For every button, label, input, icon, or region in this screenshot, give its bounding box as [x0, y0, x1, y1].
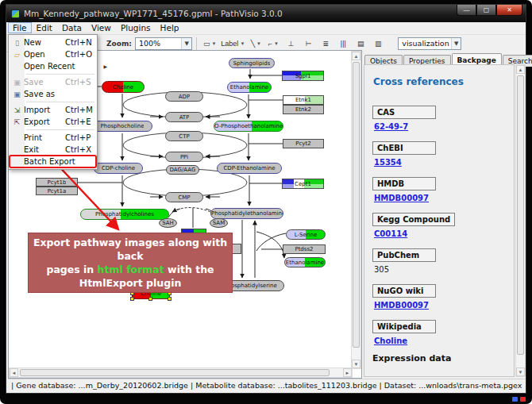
callout-line: HtmlExport plugin — [30, 276, 230, 290]
scrollbar-thumb[interactable] — [353, 62, 360, 348]
xref-link[interactable]: 15354 — [374, 158, 507, 167]
scroll-right-icon[interactable]: ► — [343, 368, 352, 377]
chevron-down-icon[interactable]: ▼ — [181, 38, 191, 49]
callout-line: Export pathway images along with back — [30, 236, 230, 263]
file-menu-item-new[interactable]: ▯NewCtrl+N — [10, 37, 96, 48]
chevron-down-icon: ▼ — [240, 41, 245, 46]
status-bar: | Gene database: ...m_Derby_20120602.bri… — [8, 379, 526, 391]
stack-vertical-button[interactable]: ▤ — [352, 37, 369, 51]
menu-item-label: Batch Export — [24, 157, 75, 166]
xref-link[interactable]: Choline — [374, 337, 507, 345]
xref-link[interactable]: HMDB00097 — [374, 301, 507, 310]
scroll-down-icon[interactable]: ▼ — [352, 360, 360, 368]
menu-bar: FileEditDataViewPluginsHelp — [6, 22, 526, 35]
zoom-combobox[interactable]: 100% ▼ — [135, 37, 192, 50]
xref-link[interactable]: 62-49-7 — [374, 122, 507, 131]
label-icon: Label — [221, 40, 238, 48]
file-menu-item-print[interactable]: PrintCtrl+P — [10, 132, 96, 144]
menu-item-label: Save — [24, 78, 65, 87]
file-menu-item-open-recent[interactable]: Open Recent▶ — [10, 60, 96, 72]
scrollbar-thumb[interactable] — [517, 75, 524, 355]
xref-title: Kegg Compound — [372, 213, 455, 226]
file-menu-item-import[interactable]: ⇲ImportCtrl+M — [10, 104, 96, 116]
minimize-button[interactable]: — — [457, 5, 476, 16]
xref-section-wikipedia: WikipediaCholine — [372, 317, 507, 345]
menu-view[interactable]: View — [87, 22, 116, 33]
xref-value: 305 — [374, 265, 507, 274]
align-horizontal-center-icon: ⊥ — [287, 40, 294, 48]
xref-section-chebi: ChEBI15354 — [372, 139, 507, 167]
menu-data[interactable]: Data — [57, 22, 87, 33]
window-controls: — ▢ ✕ — [457, 5, 522, 16]
chevron-down-icon: ▼ — [256, 41, 261, 46]
xref-section-pubchem: PubChem305 — [372, 246, 507, 274]
close-button[interactable]: ✕ — [496, 5, 522, 16]
menu-item-shortcut: Ctrl+N — [65, 38, 94, 47]
xref-section-hmdb: HMDBHMDB00097 — [372, 175, 507, 202]
import-icon: ⇲ — [10, 106, 24, 114]
menu-item-label: Print — [24, 133, 65, 142]
app-icon — [11, 10, 20, 18]
line-icon: ╲ — [251, 40, 255, 48]
menu-item-label: Open Recent — [24, 62, 75, 71]
menu-item-shortcut: Ctrl+P — [65, 133, 94, 142]
chevron-down-icon: ▼ — [274, 41, 279, 46]
xref-section-kegg-compound: Kegg CompoundC00114 — [372, 210, 507, 238]
zoom-value: 100% — [139, 39, 160, 48]
stack-horizontal-button[interactable]: ▥ — [369, 37, 387, 51]
file-menu-item-save: ▣SaveCtrl+S — [10, 76, 96, 88]
zoom-label: Zoom: — [106, 40, 132, 48]
file-menu-item-export[interactable]: ⇱ExportCtrl+E — [10, 116, 96, 128]
menu-help[interactable]: Help — [156, 22, 184, 33]
menu-item-shortcut: Ctrl+X — [65, 145, 94, 154]
status-text: | Gene database: ...m_Derby_20120602.bri… — [11, 381, 522, 390]
datanode-button[interactable]: ▭▼ — [201, 37, 218, 51]
menu-edit[interactable]: Edit — [32, 22, 57, 33]
align-horizontal-center-button[interactable]: ⊥ — [282, 37, 299, 51]
menu-item-label: Open — [24, 50, 65, 59]
scrollbar-thumb[interactable] — [20, 369, 330, 376]
file-menu-item-exit[interactable]: ExitCtrl+X — [10, 144, 96, 156]
menu-item-shortcut: Ctrl+O — [65, 50, 94, 59]
xref-section-cas: CAS62-49-7 — [372, 103, 507, 131]
line-button[interactable]: ╲▼ — [247, 37, 264, 51]
new-document-icon: ▯ — [10, 39, 24, 47]
title-bar[interactable]: Mm_Kennedy_pathway_WP1771_45176.gpml - P… — [6, 5, 526, 22]
file-menu-item-save-as[interactable]: ▣Save as — [10, 88, 96, 100]
export-icon: ⇱ — [10, 118, 24, 126]
align-vertical-center-button[interactable]: ⊢ — [299, 37, 317, 51]
file-menu-item-batch-export[interactable]: Batch Export — [10, 156, 96, 167]
label-button[interactable]: Label▼ — [218, 37, 247, 51]
side-panel-tabs: ObjectsPropertiesBackpageSearchLegend — [364, 52, 532, 64]
visualization-combobox[interactable]: visualization ▼ — [398, 37, 461, 50]
panel-scrollbar[interactable]: ▲ ▼ — [515, 64, 526, 377]
xref-link[interactable]: C00114 — [374, 229, 507, 238]
cross-references-heading: Cross references — [373, 76, 507, 87]
scroll-left-icon[interactable]: ◄ — [10, 368, 18, 377]
distribute-vertical-button[interactable]: ≣ — [317, 37, 334, 51]
file-menu-item-open[interactable]: ▱OpenCtrl+O — [10, 48, 96, 60]
align-vertical-center-icon: ⊢ — [305, 40, 311, 48]
distribute-horizontal-icon: ||| — [341, 40, 346, 48]
scroll-up-icon[interactable]: ▲ — [516, 65, 525, 74]
scroll-down-icon[interactable]: ▼ — [516, 367, 525, 376]
xref-title: CAS — [372, 106, 436, 119]
callout-highlight: html format — [98, 264, 164, 275]
chevron-down-icon[interactable]: ▼ — [451, 38, 461, 49]
pathvisio-window: Mm_Kennedy_pathway_WP1771_45176.gpml - P… — [6, 4, 526, 394]
backpage-content: Cross references CAS62-49-7ChEBI15354HMD… — [364, 64, 515, 377]
connector-icon: ⌐ — [268, 40, 272, 48]
menu-plugins[interactable]: Plugins — [116, 22, 156, 33]
menu-item-label: Save as — [24, 90, 65, 98]
xref-title: NuGO wiki — [372, 284, 436, 298]
stack-horizontal-icon: ▥ — [375, 40, 382, 48]
file-menu: ▯NewCtrl+N▱OpenCtrl+OOpen Recent▶▣SaveCt… — [8, 34, 98, 170]
menu-file[interactable]: File — [8, 22, 32, 33]
annotation-callout: Export pathway images along with backpag… — [28, 233, 233, 293]
connector-button[interactable]: ⌐▼ — [264, 37, 282, 51]
menu-item-shortcut: Ctrl+E — [65, 117, 94, 126]
scroll-up-icon[interactable]: ▲ — [352, 52, 360, 60]
maximize-button[interactable]: ▢ — [476, 5, 496, 16]
distribute-horizontal-button[interactable]: ||| — [334, 37, 352, 51]
xref-link[interactable]: HMDB00097 — [374, 194, 507, 202]
